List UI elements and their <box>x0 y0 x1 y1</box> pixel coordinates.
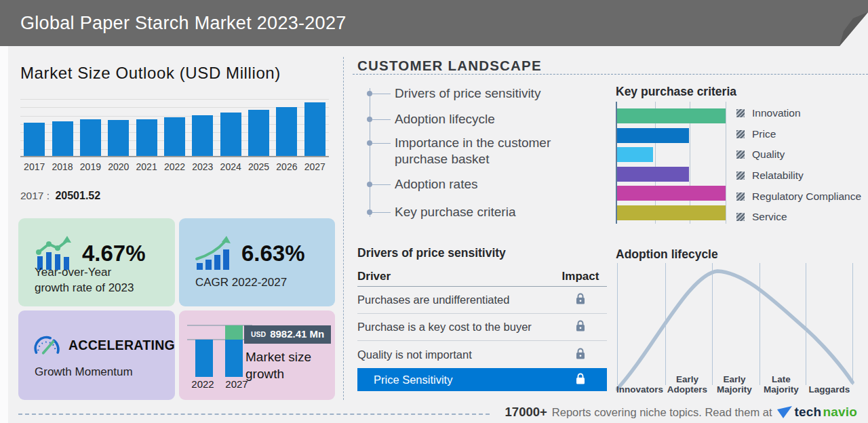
x-tick-2026: 2026 <box>273 161 300 172</box>
criteria-bar-price <box>617 128 689 143</box>
criteria-bar-relatability <box>617 167 689 182</box>
list-connector <box>372 119 391 120</box>
landscape-item-label: Adoption rates <box>395 177 478 191</box>
lock-icon <box>576 320 585 331</box>
legend-swatch-icon <box>736 213 745 221</box>
list-dot-icon <box>367 91 372 96</box>
criteria-bar-regulatory-compliance <box>617 186 726 201</box>
landscape-item-3: Importance in the customer purchase bask… <box>357 135 607 167</box>
brand-text-tech: tech <box>795 405 822 420</box>
legend-label: Quality <box>752 148 785 161</box>
driver-row-3: Quality is not important <box>357 341 607 368</box>
yoy-growth-value: 4.67% <box>82 241 146 266</box>
lock-icon <box>576 348 585 359</box>
driver-label: Purchase is a key cost to the buyer <box>357 321 554 334</box>
base-year-value: 20501.52 <box>55 190 100 201</box>
technavio-logo-icon <box>777 406 792 418</box>
highlight-label: Price Sensitivity <box>357 374 554 386</box>
market-size-bar-chart <box>20 99 329 157</box>
list-dot-icon <box>367 140 372 146</box>
legend-item: Innovation <box>736 103 861 124</box>
legend-swatch-icon <box>736 193 745 201</box>
list-dot-icon <box>367 209 372 215</box>
market-size-bar-2026 <box>276 107 297 156</box>
criteria-bar-innovation <box>617 108 726 123</box>
legend-item: Service <box>736 207 861 228</box>
legend-swatch-icon <box>736 109 745 117</box>
cagr-value: 6.63% <box>241 241 305 266</box>
highlighted-row-price-sensitivity: Price Sensitivity <box>357 368 607 391</box>
legend-item: Price <box>736 124 861 145</box>
legend-item: Regulatory Compliance <box>736 186 861 207</box>
stat-cards: 4.67% Year-over-Year growth rate of 2023… <box>18 218 335 400</box>
landscape-item-label: Adoption lifecycle <box>395 112 495 126</box>
legend-item: Quality <box>736 144 861 165</box>
criteria-bar-quality <box>617 147 653 162</box>
key-purchase-criteria-legend: InnovationPriceQualityRelatabilityRegula… <box>736 103 861 228</box>
stage-label-early-majority: EarlyMajority <box>711 371 758 395</box>
momentum-card: ACCELERATING Growth Momentum <box>18 310 175 400</box>
legend-label: Price <box>752 128 776 140</box>
lock-icon <box>554 373 607 387</box>
bar-cell <box>77 119 104 156</box>
x-tick-2027: 2027 <box>301 161 329 172</box>
x-tick-2025: 2025 <box>245 161 273 172</box>
market-size-bar-2021 <box>136 119 157 156</box>
section-dashed-underline <box>353 74 868 75</box>
impact-column-header: Impact <box>554 270 607 286</box>
key-purchase-criteria-chart <box>616 102 726 224</box>
customer-landscape-list: Drivers of price sensitivityAdoption lif… <box>357 81 607 220</box>
page-title: Global Paper Starch Market 2023-2027 <box>20 0 347 46</box>
footer-message: Reports covering niche topics. Read them… <box>552 406 772 419</box>
speedometer-icon <box>33 331 60 359</box>
growth-value-badge: USD8982.41 Mn <box>244 325 331 344</box>
landscape-item-label: Key purchase criteria <box>395 205 515 219</box>
momentum-value: ACCELERATING <box>68 338 175 353</box>
market-size-bar-2027 <box>304 102 326 156</box>
footer-dashed-line <box>18 414 490 415</box>
x-tick-2020: 2020 <box>104 161 132 172</box>
bar-cell <box>104 120 132 156</box>
impact-cell <box>554 348 607 362</box>
momentum-label: Growth Momentum <box>35 364 133 380</box>
market-size-bar-2017 <box>24 123 45 156</box>
legend-swatch-icon <box>736 130 745 138</box>
drivers-table: Driver Impact Purchases are undifferenti… <box>357 270 607 391</box>
stage-label-laggards: Laggards <box>804 371 854 395</box>
legend-label: Regulatory Compliance <box>752 190 861 203</box>
bar-cell <box>189 115 216 156</box>
impact-cell <box>554 320 607 334</box>
bar-cell <box>217 113 245 156</box>
landscape-item-5: Key purchase criteria <box>357 204 607 220</box>
technavio-logo[interactable]: technavio <box>777 405 858 420</box>
left-margin <box>0 46 8 423</box>
x-tick-2018: 2018 <box>48 161 76 172</box>
impact-cell <box>554 293 607 307</box>
stage-label-late-majority: LateMajority <box>758 371 804 395</box>
drivers-table-header: Driver Impact <box>357 270 607 287</box>
bar-cell <box>20 123 48 156</box>
driver-label: Quality is not important <box>357 348 554 361</box>
driver-label: Purchases are undifferentiated <box>357 294 554 306</box>
yoy-growth-card: 4.67% Year-over-Year growth rate of 2023 <box>18 218 175 306</box>
market-size-bar-2023 <box>192 115 213 156</box>
legend-swatch-icon <box>736 150 745 159</box>
list-connector <box>372 212 391 213</box>
landscape-item-4: Adoption rates <box>357 176 607 193</box>
report-count: 17000+ <box>505 405 547 420</box>
growth-amount: 8982.41 Mn <box>270 328 324 340</box>
bar-cell <box>48 121 76 156</box>
stage-label-innovators: Innovators <box>616 371 664 395</box>
growth-mini-years: 20222027 <box>186 378 254 390</box>
legend-label: Relatability <box>752 169 804 182</box>
drivers-table-title: Drivers of price sensitivity <box>357 246 506 260</box>
mini-year-2022: 2022 <box>186 378 220 390</box>
driver-column-header: Driver <box>357 270 554 286</box>
list-connector <box>372 184 391 185</box>
market-size-bar-2020 <box>108 120 129 156</box>
growth-mini-chart <box>186 319 254 377</box>
infographic-page: Global Paper Starch Market 2023-2027 Mar… <box>0 0 868 423</box>
footer: 17000+ Reports covering niche topics. Re… <box>505 405 857 420</box>
x-tick-2023: 2023 <box>189 161 216 172</box>
yoy-growth-label: Year-over-Year growth rate of 2023 <box>35 264 134 296</box>
